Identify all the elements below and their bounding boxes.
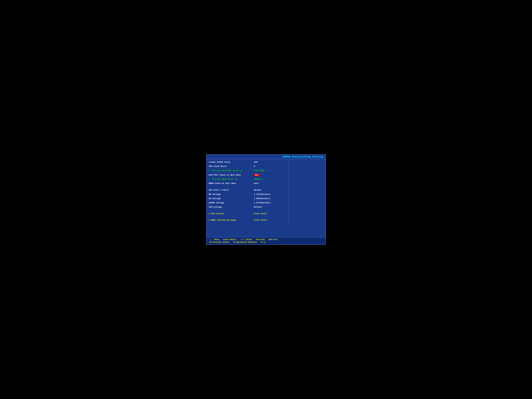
cpu-feature-text: CPU Feature xyxy=(211,213,224,215)
footer-key-move: ↑↓←→:Move xyxy=(209,239,219,241)
main-content: Linear PCIEX Clock 106 CPU Clock Ratio 9… xyxy=(207,159,325,227)
label-nb-voltage: NB Voltage xyxy=(209,193,254,196)
value-host-pci-next-boot: 364 xyxy=(254,174,259,176)
value-cpu-vcore: Normal xyxy=(254,189,261,191)
label-sb-voltage: SB Voltage xyxy=(209,197,254,200)
left-panel: Linear PCIEX Clock 106 CPU Clock Ratio 9… xyxy=(209,161,289,225)
label-cpu-vcore: CPU Vcore 7-Shift xyxy=(209,189,254,191)
label-cpu-clock-ratio: CPU Clock Ratio xyxy=(209,165,254,168)
footer-row-1: ↑↓←→:Move Enter:Select +/-/:Value F10:Sa… xyxy=(209,239,323,241)
label-vdimm-voltage: VDIMM Voltage xyxy=(209,202,254,204)
label-cpu-feature: ► CPU Feature xyxy=(209,213,254,215)
dram-timeing-text: DRAM Timeing Settings xyxy=(211,219,236,221)
row-current-host-pci: ** Current Host/PCI Clock is 333/33MHz *… xyxy=(209,170,286,173)
row-host-pci-next-boot[interactable]: Host/PCI Clock at Next Boot 364 xyxy=(209,174,286,177)
row-cpu-vcore[interactable]: CPU Vcore 7-Shift Normal xyxy=(209,189,286,193)
row-nb-voltage[interactable]: NB Voltage 1.13V(Default) xyxy=(209,193,286,197)
value-current-host-pci: 333/33MHz ** xyxy=(254,170,268,172)
page-title: UNIKA OverClocking Setting xyxy=(283,155,323,158)
footer-row-2: F5:Previous Values F6:Optimized Defaults… xyxy=(209,241,323,243)
title-bar: UNIKA OverClocking Setting xyxy=(207,155,325,159)
label-current-host-pci: ** Current Host/PCI Clock is xyxy=(209,170,254,172)
footer-key-value: +/-/:Value xyxy=(241,239,252,241)
value-dram-next-boot: Auto xyxy=(254,182,259,185)
content-area: Linear PCIEX Clock 106 CPU Clock Ratio 9… xyxy=(207,159,325,237)
value-linear-pciex: 106 xyxy=(254,161,258,163)
bios-screen: UNIKA OverClocking Setting Linear PCIEX … xyxy=(206,154,326,245)
row-cpu-clock-ratio[interactable]: CPU Clock Ratio 9 xyxy=(209,165,286,169)
gap-2 xyxy=(209,210,286,213)
gap-1 xyxy=(209,187,286,189)
value-sb-voltage: 1.50V(Default) xyxy=(254,197,271,200)
footer-key-f6: F6:Optimized Defaults xyxy=(233,241,257,243)
label-dram-next-boot: DRAM Clock at Next Boot xyxy=(209,182,254,185)
value-current-dram: 800Mhz ** xyxy=(254,178,265,180)
row-vdimm-voltage[interactable]: VDIMM Voltage 1.87V(Default) xyxy=(209,202,286,205)
value-vdimm-voltage: 1.87V(Default) xyxy=(254,202,271,204)
row-cpu-feature[interactable]: ► CPU Feature Press Enter xyxy=(209,213,286,217)
footer-key-f10: F10:Save xyxy=(256,239,265,241)
value-cpu-clock-ratio: 9 xyxy=(254,165,255,168)
label-host-pci-next-boot: Host/PCI Clock at Next Boot xyxy=(209,174,254,176)
row-dram-next-boot[interactable]: DRAM Clock at Next Boot Auto xyxy=(209,182,286,186)
value-cpu-feature: Press Enter xyxy=(254,213,267,215)
right-panel xyxy=(289,161,323,225)
row-current-dram: ** Current DRAM Clock is 800Mhz ** xyxy=(209,178,286,182)
label-current-dram: ** Current DRAM Clock is xyxy=(209,178,254,180)
row-sb-voltage[interactable]: SB Voltage 1.50V(Default) xyxy=(209,197,286,201)
label-fsb-voltage: FSB Voltage xyxy=(209,206,254,208)
footer-key-f5: F5:Previous Values xyxy=(209,241,229,243)
footer-key-esc: ESC:Exit xyxy=(269,239,278,241)
arrow-dram-timeing: ► xyxy=(209,219,210,221)
footer-key-f7: F7:S xyxy=(261,241,265,243)
value-fsb-voltage: Default xyxy=(254,206,262,208)
footer-key-enter: Enter:Select xyxy=(223,239,237,241)
value-nb-voltage: 1.13V(Default) xyxy=(254,193,271,196)
value-dram-timeing: Press Enter xyxy=(254,219,267,221)
arrow-cpu-feature: ► xyxy=(209,213,210,215)
label-dram-timeing: ► DRAM Timeing Settings xyxy=(209,219,254,221)
row-fsb-voltage[interactable]: FSB Voltage Default xyxy=(209,206,286,210)
row-dram-timeing[interactable]: ► DRAM Timeing Settings Press Enter xyxy=(209,219,286,223)
label-linear-pciex: Linear PCIEX Clock xyxy=(209,161,254,163)
row-linear-pciex[interactable]: Linear PCIEX Clock 106 xyxy=(209,161,286,165)
footer: ↑↓←→:Move Enter:Select +/-/:Value F10:Sa… xyxy=(207,237,325,244)
